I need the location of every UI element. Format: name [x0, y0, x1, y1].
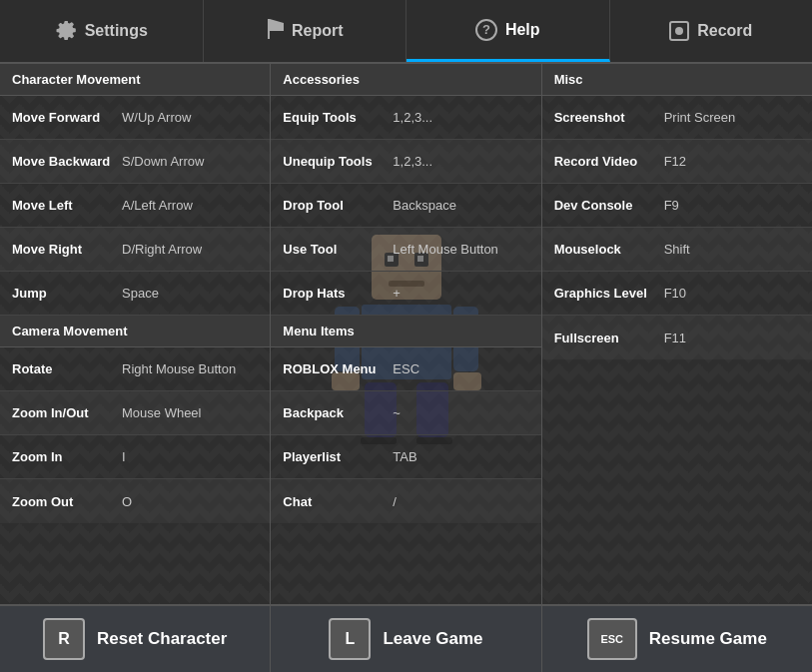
nav-settings-label: Settings	[85, 22, 148, 40]
keybind-move-backward: Move Backward S/Down Arrow	[0, 140, 270, 184]
keybind-zoom-in: Zoom In I	[0, 435, 270, 479]
key-action: Move Left	[12, 198, 122, 213]
key-value: 1,2,3...	[393, 154, 432, 169]
nav-help-label: Help	[505, 21, 540, 39]
nav-settings[interactable]: Settings	[0, 0, 204, 62]
leave-key-box: L	[329, 618, 371, 660]
key-action: Move Right	[12, 242, 122, 257]
key-action: Backpack	[283, 405, 393, 420]
key-action: Drop Hats	[283, 286, 393, 301]
key-action: Chat	[283, 494, 393, 509]
key-action: Zoom Out	[12, 494, 122, 509]
key-action: Dev Console	[554, 198, 664, 213]
key-action: Equip Tools	[283, 110, 393, 125]
resume-label: Resume Game	[649, 629, 767, 649]
key-value: D/Right Arrow	[122, 242, 202, 257]
keybind-use-tool: Use Tool Left Mouse Button	[271, 228, 540, 272]
reset-key-box: R	[43, 618, 85, 660]
keybind-columns: Character Movement Move Forward W/Up Arr…	[0, 64, 812, 604]
keybind-fullscreen: Fullscreen F11	[542, 316, 812, 359]
leave-button[interactable]: L Leave Game	[271, 606, 541, 672]
key-action: Rotate	[12, 361, 122, 376]
camera-movement-header: Camera Movement	[0, 316, 270, 347]
keybind-unequip: Unequip Tools 1,2,3...	[271, 140, 540, 184]
key-value: Left Mouse Button	[393, 242, 498, 257]
main-content: Character Movement Move Forward W/Up Arr…	[0, 64, 812, 604]
keybind-mouselock: Mouselock Shift	[542, 228, 812, 272]
keybind-screenshot: Screenshot Print Screen	[542, 96, 812, 140]
leave-label: Leave Game	[383, 629, 482, 649]
key-action: Unequip Tools	[283, 154, 393, 169]
flag-icon	[266, 19, 284, 44]
top-nav: Settings Report ? Help Record	[0, 0, 812, 64]
keybind-zoom-out: Zoom Out O	[0, 479, 270, 523]
nav-report-label: Report	[292, 22, 344, 40]
col-misc: Misc Screenshot Print Screen Record Vide…	[542, 64, 812, 604]
key-value: /	[393, 494, 397, 509]
gear-icon	[55, 18, 77, 45]
keybind-record-video: Record Video F12	[542, 140, 812, 184]
svg-marker-1	[270, 19, 284, 31]
resume-key-box: ESC	[587, 618, 637, 660]
key-action: Record Video	[554, 154, 664, 169]
keybind-graphics-level: Graphics Level F10	[542, 272, 812, 316]
nav-help[interactable]: ? Help	[406, 0, 610, 62]
col-character-camera: Character Movement Move Forward W/Up Arr…	[0, 64, 271, 604]
key-value: Space	[122, 286, 159, 301]
key-value: A/Left Arrow	[122, 198, 193, 213]
key-action: Zoom In	[12, 449, 122, 464]
key-action: Screenshot	[554, 110, 664, 125]
menu-items-header: Menu Items	[271, 316, 540, 347]
col-accessories-menu: Accessories Equip Tools 1,2,3... Unequip…	[271, 64, 541, 604]
misc-header: Misc	[542, 64, 812, 96]
key-action: Drop Tool	[283, 198, 393, 213]
key-value: Print Screen	[664, 110, 736, 125]
character-movement-header: Character Movement	[0, 64, 270, 96]
key-value: 1,2,3...	[393, 110, 432, 125]
key-action: Graphics Level	[554, 286, 664, 301]
svg-rect-0	[268, 19, 270, 39]
key-value: I	[122, 449, 126, 464]
accessories-header: Accessories	[271, 64, 540, 96]
key-value: Right Mouse Button	[122, 361, 236, 376]
resume-button[interactable]: ESC Resume Game	[542, 606, 812, 672]
key-action: Move Forward	[12, 110, 122, 125]
key-value: Mouse Wheel	[122, 405, 201, 420]
key-action: Use Tool	[283, 242, 393, 257]
keybind-roblox-menu: ROBLOX Menu ESC	[271, 347, 540, 391]
key-value: Backspace	[393, 198, 456, 213]
key-value: S/Down Arrow	[122, 154, 204, 169]
key-action: Playerlist	[283, 449, 393, 464]
keybind-move-forward: Move Forward W/Up Arrow	[0, 96, 270, 140]
keybind-drop-hats: Drop Hats +	[271, 272, 540, 316]
question-icon: ?	[475, 19, 497, 41]
key-value: F9	[664, 198, 679, 213]
key-value: ~	[393, 405, 401, 420]
key-value: O	[122, 494, 132, 509]
key-value: W/Up Arrow	[122, 110, 191, 125]
key-action: Fullscreen	[554, 331, 664, 345]
reset-label: Reset Character	[97, 629, 227, 649]
keybind-backpack: Backpack ~	[271, 391, 540, 435]
key-value: F12	[664, 154, 686, 169]
keybind-equip: Equip Tools 1,2,3...	[271, 96, 540, 140]
key-action: Zoom In/Out	[12, 405, 122, 420]
key-value: F10	[664, 286, 686, 301]
record-icon	[669, 21, 689, 41]
keybind-drop-tool: Drop Tool Backspace	[271, 184, 540, 228]
keybind-dev-console: Dev Console F9	[542, 184, 812, 228]
keybind-playerlist: Playerlist TAB	[271, 435, 540, 479]
reset-button[interactable]: R Reset Character	[0, 606, 271, 672]
keybind-chat: Chat /	[271, 479, 540, 523]
key-value: F11	[664, 331, 686, 345]
key-action: Mouselock	[554, 242, 664, 257]
key-action: ROBLOX Menu	[283, 361, 393, 376]
keybind-rotate: Rotate Right Mouse Button	[0, 347, 270, 391]
keybind-move-right: Move Right D/Right Arrow	[0, 228, 270, 272]
key-value: Shift	[664, 242, 690, 257]
nav-report[interactable]: Report	[204, 0, 407, 62]
nav-record-label: Record	[697, 22, 752, 40]
keybind-jump: Jump Space	[0, 272, 270, 316]
key-value: +	[393, 286, 401, 301]
nav-record[interactable]: Record	[610, 0, 813, 62]
